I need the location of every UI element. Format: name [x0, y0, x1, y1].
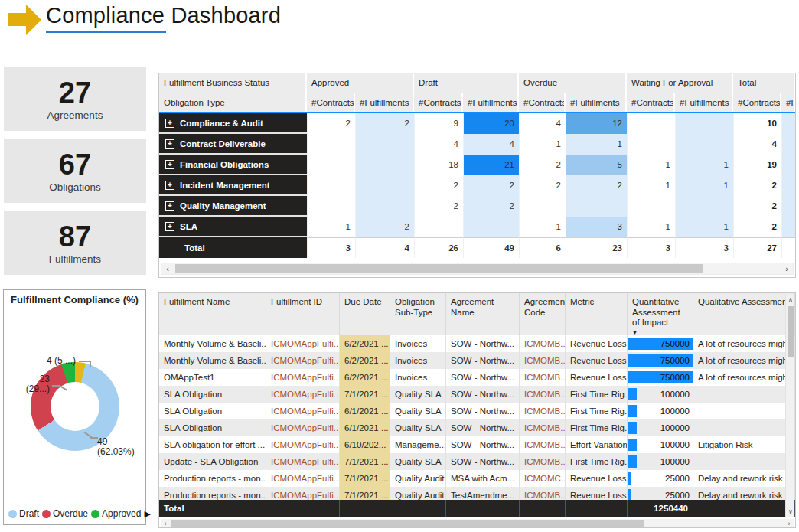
matrix-row-header[interactable]: +Contract Deliverable: [159, 134, 307, 155]
matrix-cell[interactable]: [781, 217, 795, 237]
matrix-cell[interactable]: [627, 196, 675, 217]
cell-code[interactable]: ICMOMB...: [520, 369, 566, 386]
table-row[interactable]: SLA ObligationICMOMAppFulfi...6/1/2021 .…: [159, 419, 795, 436]
cell-code[interactable]: ICMOMB...: [520, 403, 566, 419]
matrix-cell[interactable]: [414, 217, 463, 237]
matrix-row-header[interactable]: +Quality Management: [159, 196, 307, 217]
matrix-cell[interactable]: 2: [307, 113, 355, 134]
matrix-cell[interactable]: [781, 155, 795, 175]
col-fulfillment-name[interactable]: Fulfillment Name: [159, 293, 266, 335]
matrix-group-overdue[interactable]: Overdue: [519, 73, 627, 93]
matrix-cell[interactable]: 3: [566, 217, 627, 237]
matrix-cell[interactable]: 1: [566, 134, 627, 155]
matrix-cell[interactable]: 27: [733, 237, 781, 258]
cell-code[interactable]: ICMOMB...: [520, 419, 566, 436]
cell-id[interactable]: ICMOMAppFulfi...: [266, 369, 340, 386]
expand-icon[interactable]: +: [165, 139, 174, 149]
col-contracts[interactable]: #Contracts: [627, 93, 675, 112]
matrix-cell[interactable]: [355, 155, 414, 175]
cell-id[interactable]: ICMOMAppFulfi...: [266, 453, 340, 470]
scroll-right-arrow-icon[interactable]: ›: [781, 263, 793, 274]
matrix-cell[interactable]: 10: [733, 113, 781, 134]
col-fulfillments-clipped[interactable]: #Fulfillments: [781, 93, 795, 112]
cell-id[interactable]: ICMOMAppFulfi...: [266, 352, 340, 369]
table-row[interactable]: Production reports - mon...ICMOMAppFulfi…: [159, 470, 795, 487]
legend-item-overdue[interactable]: Overdue: [42, 508, 88, 519]
col-qualitative-assessment[interactable]: Qualitative Assessment: [693, 293, 795, 335]
matrix-cell[interactable]: 1: [519, 134, 566, 155]
matrix-cell[interactable]: [519, 196, 566, 217]
matrix-cell[interactable]: [463, 217, 519, 237]
scroll-up-arrow-icon[interactable]: ∧: [786, 295, 795, 305]
matrix-cell[interactable]: 19: [733, 155, 781, 175]
matrix-cell[interactable]: 2: [519, 155, 566, 175]
cell-code[interactable]: ICMOMB...: [520, 386, 566, 403]
cell-id[interactable]: ICMOMAppFulfi...: [266, 386, 340, 403]
matrix-cell[interactable]: [307, 155, 355, 175]
matrix-cell[interactable]: [675, 196, 733, 217]
sort-descending-icon[interactable]: ▼: [632, 330, 688, 335]
col-quantitative-impact[interactable]: Quantitative Assessment of Impact ▼: [628, 293, 693, 335]
scroll-thumb[interactable]: [171, 520, 644, 527]
col-fulfillment-id[interactable]: Fulfillment ID: [266, 293, 340, 335]
col-contracts[interactable]: #Contracts: [307, 93, 355, 112]
matrix-group-draft[interactable]: Draft: [414, 73, 519, 93]
legend-item-approved[interactable]: Approved: [91, 508, 141, 519]
col-metric[interactable]: Metric: [566, 293, 628, 335]
matrix-row-header[interactable]: Total: [159, 237, 307, 258]
cell-id[interactable]: ICMOMAppFulfi...: [266, 470, 340, 487]
legend-item-draft[interactable]: Draft: [8, 508, 39, 519]
matrix-cell[interactable]: [675, 113, 733, 134]
matrix-cell[interactable]: 2: [733, 217, 781, 237]
matrix-cell[interactable]: [355, 134, 414, 155]
matrix-cell[interactable]: [355, 175, 414, 196]
matrix-group-total[interactable]: Total: [733, 73, 795, 93]
table-row[interactable]: SLA obligation for effort ...ICMOMAppFul…: [159, 436, 795, 453]
matrix-cell[interactable]: 2: [566, 175, 627, 196]
matrix-cell[interactable]: [355, 196, 414, 217]
cell-id[interactable]: ICMOMAppFulfi...: [266, 487, 340, 500]
matrix-cell[interactable]: [566, 196, 627, 217]
cell-code[interactable]: ICMOMB...: [520, 487, 566, 500]
expand-icon[interactable]: +: [165, 222, 174, 231]
cell-id[interactable]: ICMOMAppFulfi...: [266, 403, 340, 419]
matrix-cell[interactable]: 1: [627, 175, 675, 196]
matrix-cell[interactable]: 2: [463, 196, 519, 217]
matrix-cell[interactable]: 2: [414, 175, 463, 196]
table-row[interactable]: OMAppTest1ICMOMAppFulfi...6/2/2021 ...In…: [159, 369, 795, 386]
matrix-cell[interactable]: 49: [463, 237, 519, 258]
matrix-cell[interactable]: 21: [463, 155, 519, 175]
matrix-cell[interactable]: 4: [414, 134, 463, 155]
matrix-h-scrollbar[interactable]: ‹ ›: [161, 263, 794, 275]
matrix-cell[interactable]: 4: [355, 237, 414, 258]
matrix-cell[interactable]: 1: [627, 217, 675, 237]
matrix-cell[interactable]: 6: [519, 237, 566, 258]
matrix-cell[interactable]: [627, 113, 675, 134]
col-due-date[interactable]: Due Date: [340, 293, 390, 335]
col-fulfillments[interactable]: #Fulfillments: [675, 93, 733, 112]
matrix-cell[interactable]: 1: [307, 217, 355, 237]
matrix-cell[interactable]: 2: [414, 196, 463, 217]
matrix-cell[interactable]: [675, 134, 733, 155]
table-row[interactable]: Production reports - mon...ICMOMAppFulfi…: [159, 487, 795, 500]
matrix-cell[interactable]: 1: [675, 217, 733, 237]
scroll-left-arrow-icon[interactable]: ‹: [161, 263, 174, 274]
scroll-down-arrow-icon[interactable]: ∨: [786, 507, 795, 517]
cell-code[interactable]: ICMOMB...: [520, 453, 566, 470]
table-v-scrollbar[interactable]: ∧ ∨: [785, 295, 794, 517]
matrix-cell[interactable]: 4: [463, 134, 519, 155]
matrix-cell[interactable]: 23: [566, 237, 627, 258]
cell-code[interactable]: ICMOMB...: [520, 436, 566, 453]
table-h-scrollbar[interactable]: ‹ ›: [161, 519, 794, 528]
matrix-cell[interactable]: 1: [675, 155, 733, 175]
matrix-cell[interactable]: [781, 175, 795, 196]
scroll-track[interactable]: [174, 263, 781, 274]
matrix-cell[interactable]: 2: [463, 175, 519, 196]
cell-code[interactable]: ICMOMC...: [520, 470, 566, 487]
table-row[interactable]: SLA ObligationICMOMAppFulfi...6/1/2021 .…: [159, 403, 795, 419]
matrix-group-waiting[interactable]: Waiting For Approval: [627, 73, 733, 93]
table-row[interactable]: Update - SLA ObligationICMOMAppFulfi...7…: [159, 453, 795, 470]
matrix-cell[interactable]: 1: [519, 217, 566, 237]
matrix-cell[interactable]: [781, 237, 795, 258]
matrix-row-header[interactable]: +Compliance & Audit: [159, 113, 307, 134]
